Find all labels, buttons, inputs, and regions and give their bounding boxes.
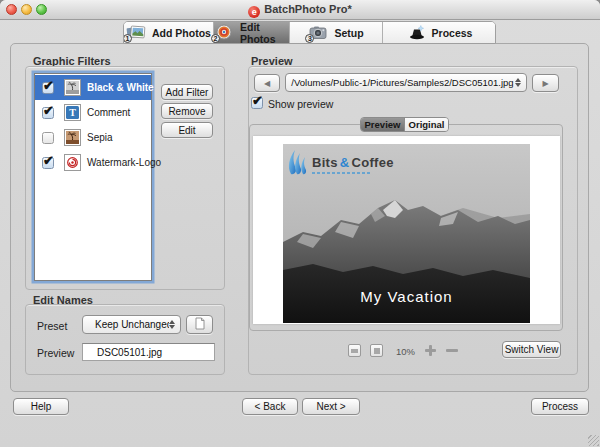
checkbox-checked-icon[interactable] [42,157,54,169]
watermark-logo-filter-icon [64,154,81,171]
previous-photo-button[interactable]: ◀ [254,74,280,92]
tab-number-badge: 3 [305,34,314,43]
filter-row-sepia[interactable]: Sepia [35,125,151,150]
checkbox-checked-icon[interactable] [42,107,54,119]
tab-setup[interactable]: 3 Setup [289,22,382,43]
checkbox-unchecked-icon[interactable] [42,132,54,144]
preset-value: Keep Unchanged [83,319,169,330]
preset-dropdown[interactable]: Keep Unchanged [82,315,181,334]
filter-row-black-white[interactable]: Black & White [35,75,151,100]
checkbox-checked-icon[interactable] [42,82,54,94]
tab-number-badge: 2 [211,34,220,43]
zoom-out-icon[interactable] [446,349,458,352]
app-window: eBatchPhoto Pro* 1 Add Photos [0,0,600,447]
process-button[interactable]: Process [531,398,589,415]
app-icon: e [248,6,260,18]
svg-text:T: T [69,107,76,118]
tab-label: Process [432,27,473,39]
new-preset-button[interactable] [186,315,213,334]
process-icon [406,24,426,41]
tab-add-photos[interactable]: 1 Add Photos [124,22,213,43]
photo-path-value: /Volumes/Public-1/Pictures/Samples2/DSC0… [286,77,515,88]
setup-icon: 3 [308,24,328,41]
watermark-logo: Bits&Coffee [287,146,394,176]
filter-label: Black & White [87,82,154,93]
comment-filter-icon: T [64,104,81,121]
stepper-arrows-icon [515,78,521,87]
sepia-filter-icon [64,129,81,146]
view-tab-original[interactable]: Original [404,118,448,131]
filter-list[interactable]: Black & White T Comment Sepia [34,73,152,281]
remove-filter-button[interactable]: Remove [161,103,213,119]
view-tab-bar: Preview Original [360,117,449,132]
black-white-filter-icon [64,79,81,96]
edit-photos-icon: 2 [214,24,234,41]
wizard-tab-bar: 1 Add Photos 2 Edit Photos [123,21,496,44]
fit-width-button[interactable] [348,344,361,357]
tab-number-badge: 1 [123,34,132,43]
next-photo-button[interactable]: ▶ [532,74,559,92]
tab-label: Edit Photos [240,21,289,44]
photo-caption: My Vacation [283,288,530,305]
actual-size-button[interactable] [370,344,383,357]
preview-photo: Bits&Coffee My Vacation [283,144,530,323]
preview-canvas: Bits&Coffee My Vacation [253,136,560,324]
bits-coffee-flames-icon [287,146,309,176]
resize-grip[interactable] [588,435,599,446]
title-bar: eBatchPhoto Pro* [0,0,600,20]
zoom-in-icon[interactable] [424,344,437,357]
next-button[interactable]: Next > [302,398,360,415]
watermark-text-block: Bits&Coffee [312,155,394,176]
filter-row-comment[interactable]: T Comment [35,100,151,125]
add-photos-icon: 1 [126,24,146,41]
preset-label: Preset [37,320,67,332]
filter-row-watermark-logo[interactable]: Watermark-Logo [35,150,151,175]
view-tab-preview[interactable]: Preview [361,118,404,131]
zoom-level: 10% [396,346,415,357]
help-button[interactable]: Help [13,398,69,415]
watermark-tagline [312,172,370,174]
name-preview-label: Preview [37,347,74,359]
filter-label: Sepia [87,132,113,143]
show-preview-label: Show preview [268,98,333,110]
window-title: eBatchPhoto Pro* [0,3,600,18]
stepper-arrows-icon [169,320,175,329]
switch-view-button[interactable]: Switch View [502,341,561,358]
left-arrow-icon: ◀ [264,79,270,88]
edit-filter-button[interactable]: Edit [161,122,213,138]
name-preview-field[interactable] [82,343,215,361]
filter-label: Watermark-Logo [87,157,161,168]
tab-process[interactable]: Process [382,22,495,43]
show-preview-checkbox[interactable] [251,97,263,109]
back-button[interactable]: < Back [242,398,298,415]
tab-label: Setup [334,27,363,39]
tab-edit-photos[interactable]: 2 Edit Photos [213,22,289,43]
photo-path-dropdown[interactable]: /Volumes/Public-1/Pictures/Samples2/DSC0… [285,73,527,92]
right-arrow-icon: ▶ [542,79,548,88]
tab-label: Add Photos [152,27,211,39]
filter-label: Comment [87,107,130,118]
add-filter-button[interactable]: Add Filter [161,84,213,100]
document-icon [195,317,205,332]
